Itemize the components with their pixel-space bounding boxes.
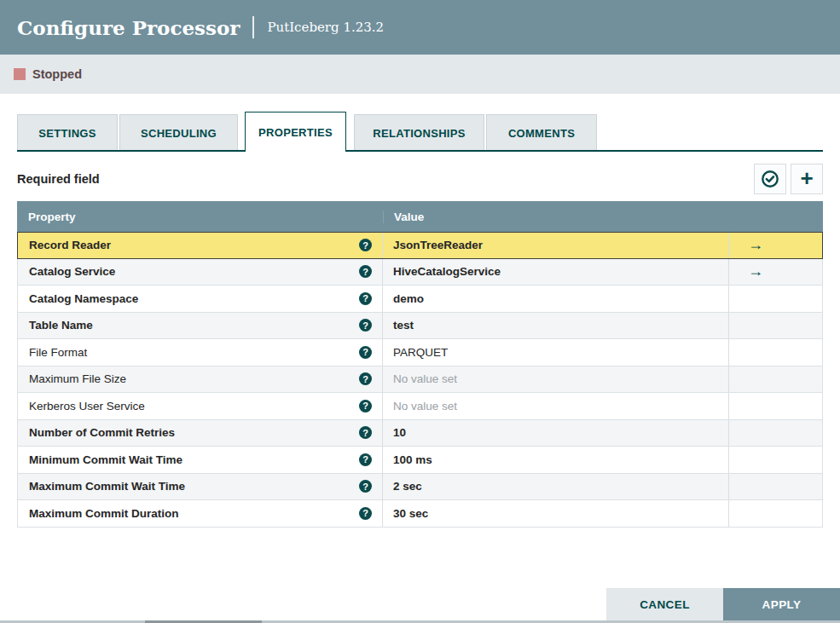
properties-table-body: Record Reader?JsonTreeReader→Catalog Ser…: [17, 232, 823, 528]
property-value-cell[interactable]: 2 sec: [383, 474, 729, 500]
tab-properties[interactable]: PROPERTIES: [245, 112, 346, 152]
tab-scheduling[interactable]: SCHEDULING: [119, 114, 238, 152]
property-name: Kerberos User Service: [29, 400, 145, 412]
help-icon[interactable]: ?: [359, 426, 372, 439]
property-name: Record Reader: [29, 239, 111, 251]
property-name-cell: Number of Commit Retries?: [18, 420, 383, 447]
status-label: Stopped: [32, 67, 82, 81]
row-action-cell: →: [729, 233, 822, 258]
property-name-cell: Maximum File Size?: [18, 366, 383, 393]
table-row[interactable]: Maximum Commit Duration?30 sec: [17, 500, 823, 528]
property-name: Maximum Commit Wait Time: [29, 480, 185, 493]
property-name-cell: Maximum Commit Wait Time?: [18, 474, 383, 500]
row-action-cell: [729, 420, 822, 447]
table-row[interactable]: Number of Commit Retries?10: [17, 420, 823, 447]
property-value: 10: [393, 426, 406, 439]
property-value: 2 sec: [393, 480, 422, 493]
tab-settings[interactable]: SETTINGS: [17, 114, 118, 152]
property-name-cell: Minimum Commit Wait Time?: [18, 447, 383, 473]
property-value-cell[interactable]: demo: [383, 286, 729, 312]
check-circle-icon: [761, 170, 779, 188]
help-icon[interactable]: ?: [359, 372, 372, 385]
table-row[interactable]: Kerberos User Service?No value set: [17, 393, 823, 420]
table-row[interactable]: Maximum File Size?No value set: [17, 366, 823, 394]
property-value-cell[interactable]: No value set: [383, 393, 729, 419]
verify-properties-button[interactable]: [754, 164, 786, 194]
table-header: Property Value: [17, 201, 823, 232]
property-value: No value set: [393, 400, 457, 412]
property-name-cell: Catalog Service?: [18, 259, 383, 286]
property-name-cell: Record Reader?: [18, 233, 383, 258]
property-value: demo: [393, 292, 424, 305]
row-action-cell: [729, 447, 822, 473]
title-divider: [252, 16, 254, 38]
property-value-cell[interactable]: PARQUET: [383, 339, 729, 366]
row-action-cell: [729, 474, 822, 500]
property-name-cell: File Format?: [18, 339, 383, 366]
table-row[interactable]: Catalog Service?HiveCatalogService→: [17, 259, 823, 286]
table-row[interactable]: Catalog Namespace?demo: [17, 286, 823, 313]
table-row[interactable]: Maximum Commit Wait Time?2 sec: [17, 474, 823, 501]
property-value-cell[interactable]: JsonTreeReader: [383, 233, 729, 258]
footer-buttons: CANCEL APPLY: [606, 588, 840, 620]
row-action-cell: →: [729, 259, 822, 286]
row-action-cell: [729, 286, 822, 312]
help-icon[interactable]: ?: [359, 319, 372, 332]
property-name: Catalog Namespace: [29, 292, 138, 305]
property-name: File Format: [29, 346, 87, 359]
property-name-cell: Maximum Commit Duration?: [18, 500, 383, 527]
tab-bar: SETTINGSSCHEDULINGPROPERTIESRELATIONSHIP…: [17, 112, 823, 152]
property-value-cell[interactable]: 10: [383, 420, 729, 447]
toolbar-buttons: +: [754, 164, 823, 194]
dialog-content: SETTINGSSCHEDULINGPROPERTIESRELATIONSHIP…: [0, 94, 840, 528]
property-name: Maximum Commit Duration: [29, 507, 179, 520]
cancel-button[interactable]: CANCEL: [606, 588, 723, 620]
property-value-cell[interactable]: HiveCatalogService: [383, 259, 729, 286]
table-row[interactable]: File Format?PARQUET: [17, 339, 823, 366]
property-value: JsonTreeReader: [393, 239, 483, 251]
row-action-cell: [729, 393, 822, 419]
apply-button[interactable]: APPLY: [723, 588, 840, 620]
property-value-cell[interactable]: No value set: [383, 366, 729, 393]
property-value-cell[interactable]: 100 ms: [383, 447, 729, 473]
property-value: test: [393, 319, 414, 332]
property-value: 30 sec: [393, 507, 428, 520]
help-icon[interactable]: ?: [359, 239, 372, 251]
table-row[interactable]: Minimum Commit Wait Time?100 ms: [17, 447, 823, 474]
help-icon[interactable]: ?: [359, 453, 372, 466]
property-value-cell[interactable]: test: [383, 313, 729, 339]
table-row[interactable]: Record Reader?JsonTreeReader→: [17, 232, 823, 259]
properties-table: Property Value Record Reader?JsonTreeRea…: [17, 201, 823, 528]
help-icon[interactable]: ?: [359, 507, 372, 520]
configure-processor-dialog: Configure Processor PutIceberg 1.23.2 St…: [0, 0, 840, 623]
tab-comments[interactable]: COMMENTS: [486, 114, 597, 152]
processor-name-version: PutIceberg 1.23.2: [267, 20, 384, 35]
property-value-cell[interactable]: 30 sec: [383, 500, 729, 527]
properties-toolbar: Required field +: [17, 164, 823, 194]
add-property-button[interactable]: +: [791, 164, 823, 194]
dialog-title: Configure Processor: [17, 16, 240, 39]
help-icon[interactable]: ?: [359, 400, 372, 412]
property-value: PARQUET: [393, 346, 448, 359]
help-icon[interactable]: ?: [359, 265, 372, 278]
tab-relationships[interactable]: RELATIONSHIPS: [354, 114, 484, 152]
go-to-service-icon[interactable]: →: [748, 236, 763, 254]
property-value: HiveCatalogService: [393, 265, 501, 278]
row-action-cell: [729, 313, 822, 339]
required-field-label: Required field: [17, 172, 100, 186]
status-bar: Stopped: [0, 55, 840, 94]
property-name: Table Name: [29, 319, 93, 332]
help-icon[interactable]: ?: [359, 346, 372, 359]
property-name-cell: Catalog Namespace?: [18, 286, 383, 312]
dialog-header: Configure Processor PutIceberg 1.23.2: [0, 0, 840, 55]
property-name-cell: Kerberos User Service?: [18, 393, 383, 419]
row-action-cell: [729, 339, 822, 366]
property-name: Minimum Commit Wait Time: [29, 453, 182, 466]
help-icon[interactable]: ?: [359, 292, 372, 305]
table-row[interactable]: Table Name?test: [17, 313, 823, 340]
property-value: 100 ms: [393, 453, 432, 466]
go-to-service-icon[interactable]: →: [748, 262, 763, 280]
help-icon[interactable]: ?: [359, 480, 372, 493]
property-name-cell: Table Name?: [18, 313, 383, 339]
stopped-status-icon: [14, 68, 26, 80]
